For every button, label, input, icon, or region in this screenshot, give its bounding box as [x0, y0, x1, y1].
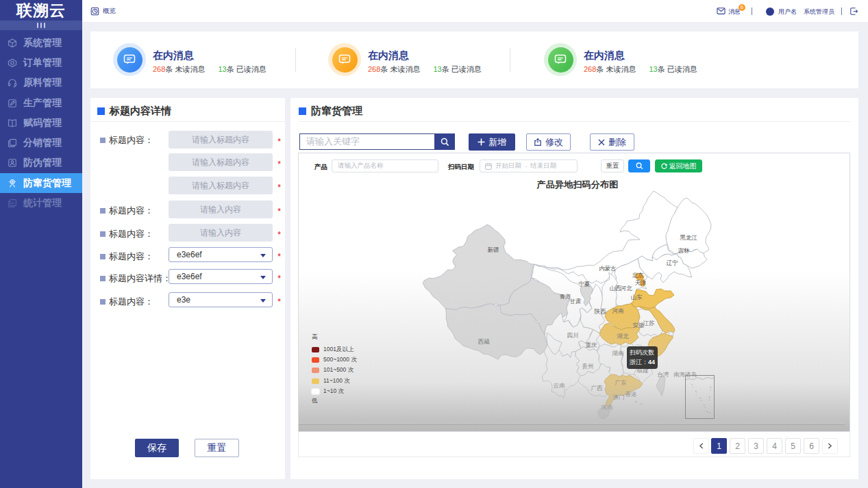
svg-text:甘肃: 甘肃	[570, 298, 582, 305]
svg-text:重庆: 重庆	[586, 342, 598, 348]
svg-text:辽宁: 辽宁	[667, 259, 679, 266]
svg-text:台湾: 台湾	[658, 371, 670, 378]
svg-text:云南: 云南	[554, 382, 566, 389]
svg-text:湖南: 湖南	[612, 350, 625, 357]
svg-text:新疆: 新疆	[488, 246, 500, 253]
svg-text:澳门: 澳门	[613, 394, 625, 400]
svg-text:四川: 四川	[567, 332, 579, 339]
svg-text:宁夏: 宁夏	[579, 281, 591, 287]
svg-text:广西: 广西	[591, 385, 604, 391]
svg-text:河南: 河南	[612, 307, 625, 314]
svg-text:黑龙江: 黑龙江	[680, 234, 697, 241]
svg-text:海南: 海南	[602, 404, 614, 411]
svg-text:内蒙古: 内蒙古	[599, 265, 617, 272]
svg-text:陕西: 陕西	[595, 308, 607, 315]
svg-text:贵州: 贵州	[582, 363, 594, 370]
svg-text:山西: 山西	[610, 285, 622, 292]
svg-text:天津: 天津	[635, 279, 647, 286]
svg-text:广东: 广东	[615, 379, 628, 386]
svg-text:北京: 北京	[632, 272, 645, 279]
svg-text:河北: 河北	[621, 285, 633, 292]
svg-text:湖北: 湖北	[617, 333, 630, 339]
svg-text:西藏: 西藏	[478, 338, 491, 345]
svg-text:山东: 山东	[631, 294, 643, 300]
svg-text:江苏: 江苏	[643, 320, 656, 326]
svg-text:香港: 香港	[625, 391, 637, 398]
svg-text:吉林: 吉林	[678, 247, 691, 254]
